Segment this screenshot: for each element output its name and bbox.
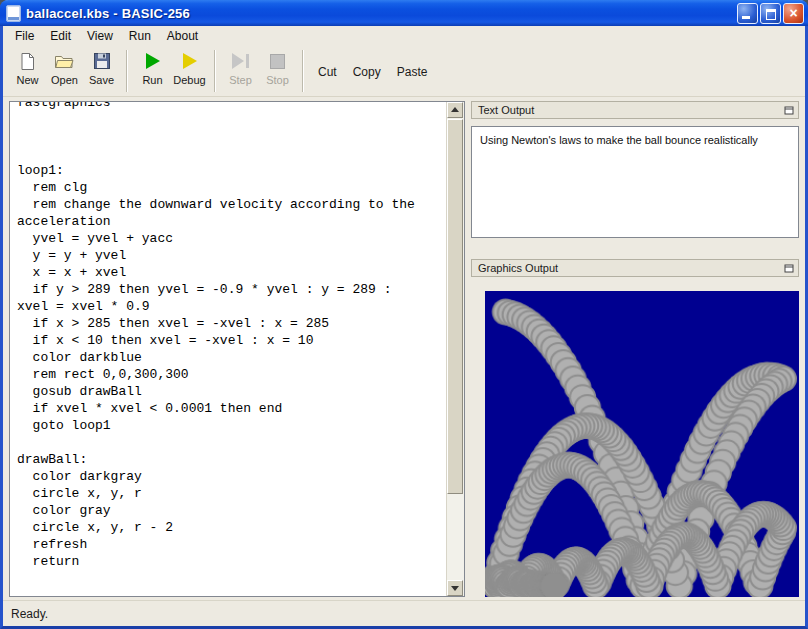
new-file-icon bbox=[19, 51, 36, 71]
text-output-title: Text Output bbox=[478, 104, 534, 116]
close-icon bbox=[784, 4, 803, 23]
save-button-label: Save bbox=[89, 74, 114, 86]
output-column: Text Output Using Newton's laws to make … bbox=[471, 101, 799, 597]
code-line bbox=[17, 145, 447, 162]
stop-icon bbox=[270, 51, 285, 71]
maximize-button[interactable] bbox=[760, 3, 781, 24]
float-dock-icon[interactable] bbox=[783, 105, 795, 116]
arrow-down-icon bbox=[451, 586, 459, 591]
code-line: yvel = yvel + yacc bbox=[17, 230, 447, 247]
open-button[interactable]: Open bbox=[46, 48, 83, 94]
graphics-output-area bbox=[485, 291, 799, 597]
toolbar-separator bbox=[302, 50, 304, 92]
open-button-label: Open bbox=[51, 74, 78, 86]
app-window: ballaccel.kbs - BASIC-256 FileEditViewRu… bbox=[0, 0, 808, 629]
code-line: if y > 289 then yvel = -0.9 * yvel : y =… bbox=[17, 281, 447, 298]
code-line: color darkgray bbox=[17, 468, 447, 485]
toolbar-separator bbox=[214, 50, 216, 92]
text-output-content: Using Newton's laws to make the ball bou… bbox=[480, 134, 758, 146]
code-line: x = x + xvel bbox=[17, 264, 447, 281]
code-line: color gray bbox=[17, 502, 447, 519]
code-line: drawBall: bbox=[17, 451, 447, 468]
code-line: color darkblue bbox=[17, 349, 447, 366]
menu-item-run[interactable]: Run bbox=[121, 27, 159, 45]
code-line: loop1: bbox=[17, 162, 447, 179]
debug-play-icon bbox=[183, 51, 197, 71]
code-line: xvel = xvel * 0.9 bbox=[17, 298, 447, 315]
code-line: if x > 285 then xvel = -xvel : x = 285 bbox=[17, 315, 447, 332]
stop-button-label: Stop bbox=[266, 74, 289, 86]
toolbar: New Open Save Run Debug Step bbox=[3, 45, 805, 97]
cut-button[interactable]: Cut bbox=[310, 65, 345, 79]
menu-bar: FileEditViewRunAbout bbox=[3, 26, 805, 45]
code-line: circle x, y, r - 2 bbox=[17, 519, 447, 536]
status-bar: Ready. bbox=[3, 600, 805, 626]
run-play-icon bbox=[146, 51, 160, 71]
minimize-icon bbox=[742, 16, 750, 19]
menu-item-edit[interactable]: Edit bbox=[42, 27, 79, 45]
window-controls bbox=[737, 3, 804, 24]
status-text: Ready. bbox=[11, 607, 48, 621]
menu-item-file[interactable]: File bbox=[7, 27, 42, 45]
minimize-button[interactable] bbox=[737, 3, 758, 24]
stop-button: Stop bbox=[259, 48, 296, 94]
code-line: return bbox=[17, 553, 447, 570]
code-line: goto loop1 bbox=[17, 417, 447, 434]
scroll-down-button[interactable] bbox=[447, 580, 463, 596]
text-output-titlebar[interactable]: Text Output bbox=[471, 101, 799, 119]
run-button[interactable]: Run bbox=[134, 48, 171, 94]
code-line bbox=[17, 434, 447, 451]
code-area[interactable]: fastgraphics loop1: rem clg rem change t… bbox=[10, 101, 447, 596]
scroll-thumb[interactable] bbox=[447, 119, 463, 494]
arrow-up-icon bbox=[451, 107, 459, 112]
debug-button-label: Debug bbox=[173, 74, 205, 86]
code-line bbox=[17, 128, 447, 145]
code-line: rem change the downward velocity accordi… bbox=[17, 196, 447, 213]
paste-button[interactable]: Paste bbox=[389, 65, 436, 79]
graphics-output-titlebar[interactable]: Graphics Output bbox=[471, 259, 799, 277]
text-output-area[interactable]: Using Newton's laws to make the ball bou… bbox=[471, 126, 799, 238]
main-area: fastgraphics loop1: rem clg rem change t… bbox=[3, 97, 805, 600]
code-line: acceleration bbox=[17, 213, 447, 230]
scroll-up-button[interactable] bbox=[447, 102, 463, 118]
new-button-label: New bbox=[16, 74, 38, 86]
new-button[interactable]: New bbox=[9, 48, 46, 94]
code-line: gosub drawBall bbox=[17, 383, 447, 400]
graphics-output-title: Graphics Output bbox=[478, 262, 558, 274]
save-floppy-icon bbox=[93, 51, 111, 71]
code-editor[interactable]: fastgraphics loop1: rem clg rem change t… bbox=[9, 101, 465, 597]
code-line bbox=[17, 111, 447, 128]
graphics-canvas bbox=[485, 291, 799, 597]
code-line: if xvel * xvel < 0.0001 then end bbox=[17, 400, 447, 417]
code-line: if x < 10 then xvel = -xvel : x = 10 bbox=[17, 332, 447, 349]
float-dock-icon[interactable] bbox=[783, 263, 795, 274]
step-button-label: Step bbox=[229, 74, 252, 86]
code-line: fastgraphics bbox=[17, 101, 447, 111]
app-icon bbox=[6, 5, 21, 22]
menu-item-about[interactable]: About bbox=[159, 27, 206, 45]
code-line: rem rect 0,0,300,300 bbox=[17, 366, 447, 383]
step-button: Step bbox=[222, 48, 259, 94]
close-button[interactable] bbox=[783, 3, 804, 24]
title-bar[interactable]: ballaccel.kbs - BASIC-256 bbox=[0, 0, 808, 26]
menu-item-view[interactable]: View bbox=[79, 27, 121, 45]
step-icon bbox=[232, 51, 249, 71]
run-button-label: Run bbox=[142, 74, 162, 86]
editor-vertical-scrollbar[interactable] bbox=[446, 102, 464, 596]
code-line: circle x, y, r bbox=[17, 485, 447, 502]
debug-button[interactable]: Debug bbox=[171, 48, 208, 94]
toolbar-separator bbox=[126, 50, 128, 92]
maximize-icon bbox=[766, 9, 776, 20]
open-folder-icon bbox=[54, 51, 75, 71]
window-title: ballaccel.kbs - BASIC-256 bbox=[26, 6, 737, 21]
copy-button[interactable]: Copy bbox=[345, 65, 389, 79]
code-line: y = y + yvel bbox=[17, 247, 447, 264]
save-button[interactable]: Save bbox=[83, 48, 120, 94]
code-line: refresh bbox=[17, 536, 447, 553]
code-line: rem clg bbox=[17, 179, 447, 196]
